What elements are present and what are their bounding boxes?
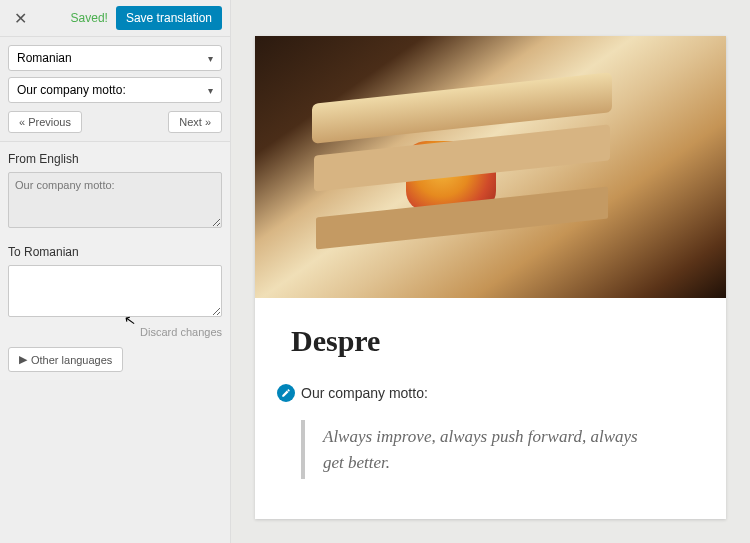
nav-row: « Previous Next » [0,111,230,142]
preview-pane: Despre Our company motto: Always improve… [231,0,750,543]
close-button[interactable]: ✕ [8,7,33,30]
language-select-value: Romanian [17,51,72,65]
motto-row: Our company motto: [277,384,690,402]
from-label: From English [8,152,222,166]
other-languages-button[interactable]: ▶ Other languages [8,347,123,372]
motto-label: Our company motto: [301,385,428,401]
translate-body: From English To Romanian Discard changes… [0,142,230,380]
next-button[interactable]: Next » [168,111,222,133]
preview-top-bar [231,0,750,12]
save-translation-button[interactable]: Save translation [116,6,222,30]
sidebar-header: ✕ Saved! Save translation [0,0,230,37]
quote-block: Always improve, always push forward, alw… [301,420,641,479]
chevron-left-icon: « [19,116,25,128]
translation-sidebar: ✕ Saved! Save translation Romanian Our c… [0,0,231,543]
from-textarea [8,172,222,228]
previous-label: Previous [28,116,71,128]
edit-icon[interactable] [277,384,295,402]
content-card: Despre Our company motto: Always improve… [255,36,726,519]
page-title: Despre [291,324,690,358]
selector-group: Romanian Our company motto: [0,37,230,111]
article-body: Despre Our company motto: Always improve… [255,298,726,519]
to-label: To Romanian [8,245,222,259]
string-select[interactable]: Our company motto: [8,77,222,103]
hero-image [255,36,726,298]
other-languages-label: Other languages [31,354,112,366]
to-textarea[interactable] [8,265,222,317]
play-icon: ▶ [19,353,27,366]
saved-status: Saved! [71,11,108,25]
chevron-right-icon: » [205,116,211,128]
next-label: Next [179,116,202,128]
string-select-value: Our company motto: [17,83,126,97]
previous-button[interactable]: « Previous [8,111,82,133]
discard-changes-link[interactable]: Discard changes [140,326,222,338]
language-select[interactable]: Romanian [8,45,222,71]
